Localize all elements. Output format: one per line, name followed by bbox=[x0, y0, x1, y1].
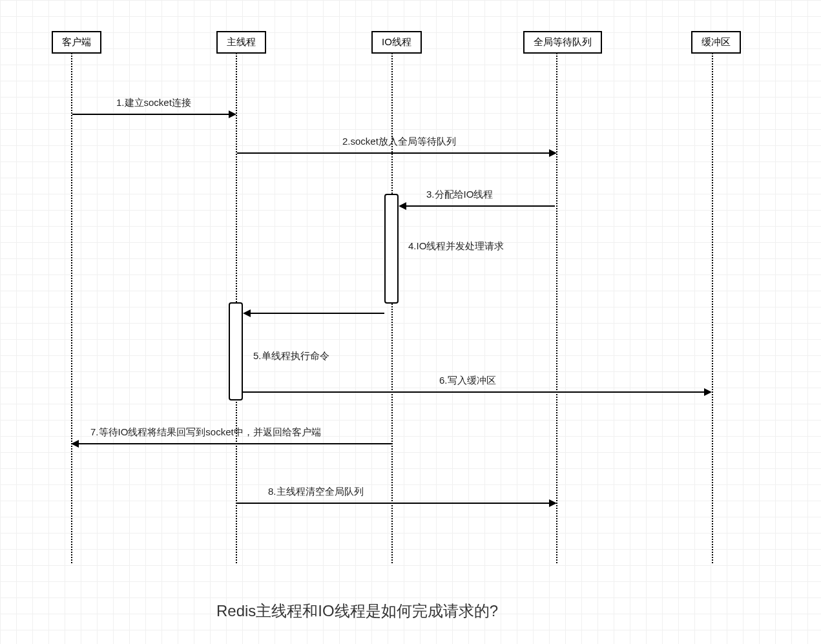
diagram-caption: Redis主线程和IO线程是如何完成请求的? bbox=[216, 601, 498, 621]
message-8-arrow bbox=[237, 503, 549, 504]
lifeline-io-thread bbox=[391, 53, 393, 563]
participant-client: 客户端 bbox=[52, 31, 101, 54]
message-5-label: 5.单线程执行命令 bbox=[253, 350, 329, 362]
message-1-arrowhead bbox=[229, 110, 236, 118]
message-1-label: 1.建立socket连接 bbox=[116, 97, 191, 109]
message-1-arrow bbox=[72, 114, 229, 115]
participant-io-thread: IO线程 bbox=[371, 31, 422, 54]
message-7-arrow bbox=[79, 443, 391, 444]
message-8-label: 8.主线程清空全局队列 bbox=[268, 486, 364, 498]
activation-main-thread bbox=[229, 302, 243, 400]
activation-io-thread bbox=[384, 194, 399, 304]
message-7-arrowhead bbox=[71, 440, 79, 448]
message-3-arrowhead bbox=[399, 202, 406, 210]
message-4-label: 4.IO线程并发处理请求 bbox=[408, 240, 504, 253]
participant-buffer: 缓冲区 bbox=[691, 31, 741, 54]
message-3-arrow bbox=[406, 205, 555, 207]
message-6-label: 6.写入缓冲区 bbox=[439, 375, 496, 387]
message-6-arrow bbox=[243, 391, 704, 393]
message-io-to-main-arrow bbox=[251, 313, 384, 314]
message-7-label: 7.等待IO线程将结果回写到socket中，并返回给客户端 bbox=[90, 426, 321, 439]
message-8-arrowhead bbox=[549, 499, 557, 507]
lifeline-client bbox=[71, 53, 72, 563]
participant-main-thread: 主线程 bbox=[216, 31, 266, 54]
lifeline-wait-queue bbox=[556, 53, 557, 563]
message-io-to-main-arrowhead bbox=[243, 309, 251, 317]
message-2-arrow bbox=[237, 152, 549, 154]
message-3-label: 3.分配给IO线程 bbox=[426, 189, 493, 201]
message-6-arrowhead bbox=[704, 388, 712, 396]
participant-wait-queue: 全局等待队列 bbox=[523, 31, 602, 54]
message-2-label: 2.socket放入全局等待队列 bbox=[342, 136, 456, 148]
message-2-arrowhead bbox=[549, 149, 557, 157]
lifeline-buffer bbox=[712, 53, 713, 563]
